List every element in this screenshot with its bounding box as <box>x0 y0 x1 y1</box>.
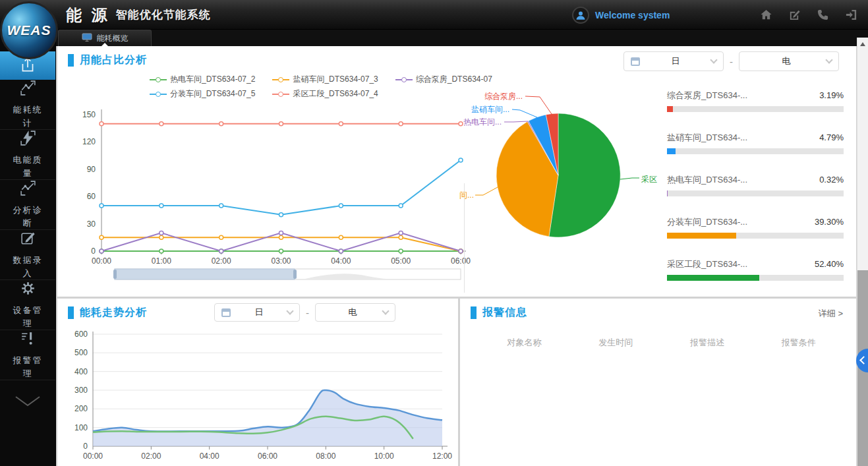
header-actions <box>760 0 857 30</box>
column-header: 对象名称 <box>478 337 570 349</box>
svg-text:500: 500 <box>74 348 88 357</box>
usage-panel-title: 用能占比分析 <box>80 53 147 67</box>
ranking-row: 综合泵房_DTS634-...3.19% <box>667 90 844 112</box>
svg-text:200: 200 <box>74 404 88 413</box>
ranking-row: 热电车间_DTS634-...0.32% <box>667 174 844 196</box>
ranking-row: 采区工段_DTS634-...52.40% <box>667 258 844 281</box>
svg-text:02:00: 02:00 <box>141 451 161 461</box>
svg-text:01:00: 01:00 <box>152 256 171 266</box>
usage-panel-controls: 日 - 电 <box>623 51 839 71</box>
gear-icon <box>19 279 37 300</box>
sidebar-item-power-quality[interactable]: 电能质量 <box>0 130 55 180</box>
sidebar-item-device-mgmt[interactable]: 设备管理 <box>0 280 55 330</box>
usage-energy-select[interactable]: 电 <box>739 51 839 71</box>
tab-energy-overview[interactable]: 能耗概览 <box>58 30 152 46</box>
usage-ranking-list: 综合泵房_DTS634-...3.19% 盐硝车间_DTS634-...4.79… <box>667 90 844 301</box>
trend-icon <box>19 79 37 100</box>
sidebar: 能耗统计 电能质量 分析诊断 数据录入 设备管理 <box>0 30 56 466</box>
logout-icon[interactable] <box>845 9 857 21</box>
svg-text:0: 0 <box>91 247 96 256</box>
title-accent-bar <box>68 306 74 319</box>
app-header: 能 源 智能优化节能系统 Welcome system <box>0 0 868 30</box>
progress-bar <box>667 106 844 112</box>
svg-text:120: 120 <box>82 137 96 146</box>
legend-item[interactable]: 分装车间_DTS634-07_5 <box>150 88 255 100</box>
app-title-main: 能 源 <box>66 5 110 26</box>
progress-bar <box>667 190 844 196</box>
svg-text:盐硝车间...: 盐硝车间... <box>471 105 509 114</box>
usage-pie-chart[interactable]: 采区间...热电车间...盐硝车间...综合泵房... <box>453 83 657 262</box>
svg-text:60: 60 <box>87 192 96 201</box>
alarm-panel-title: 报警信息 <box>482 306 527 320</box>
sidebar-expand-button[interactable] <box>0 380 55 425</box>
title-accent-bar <box>68 54 74 67</box>
legend-item[interactable]: 热电车间_DTS634-07_2 <box>150 74 255 85</box>
trend-period-value: 日 <box>231 306 287 318</box>
sidebar-item-alarm-mgmt[interactable]: 报警管理 <box>0 330 55 380</box>
app-title: 能 源 智能优化节能系统 <box>66 0 211 30</box>
svg-text:12:00: 12:00 <box>432 451 452 461</box>
alarm-table-header: 对象名称 发生时间 报警描述 报警条件 <box>478 337 844 349</box>
home-icon[interactable] <box>760 9 772 21</box>
trend-period-select[interactable]: 日 <box>214 303 300 322</box>
trend-panel-header: 能耗走势分析 <box>68 306 147 320</box>
select-separator: - <box>306 307 309 318</box>
phone-icon[interactable] <box>817 9 829 21</box>
usage-period-select[interactable]: 日 <box>623 51 724 71</box>
sidebar-item-energy-stats[interactable]: 能耗统计 <box>0 80 55 130</box>
usage-energy-value: 电 <box>746 55 826 67</box>
usage-line-chart[interactable]: 030609012015000:0001:0002:0003:0004:0005… <box>65 103 474 291</box>
edit-icon[interactable] <box>788 9 801 21</box>
svg-text:30: 30 <box>87 219 96 229</box>
svg-text:00:00: 00:00 <box>92 256 111 266</box>
welcome-text: Welcome system <box>595 10 670 20</box>
line-chart-legend: 热电车间_DTS634-07_2 盐硝车间_DTS634-07_3 综合泵房_D… <box>150 74 492 103</box>
trend-analysis-panel: 能耗走势分析 日 - 电 010020030040050060000:0002:… <box>57 299 458 466</box>
chevron-down-icon <box>710 56 717 63</box>
svg-text:150: 150 <box>82 110 96 119</box>
trend-area-chart[interactable]: 010020030040050060000:0002:0004:0006:000… <box>61 328 454 465</box>
chevron-left-icon <box>859 356 868 364</box>
calendar-icon <box>221 308 231 317</box>
svg-text:400: 400 <box>74 367 88 376</box>
data-entry-icon <box>19 229 37 250</box>
legend-item[interactable]: 采区工段_DTS634-07_4 <box>272 88 378 100</box>
weas-logo: WEAS <box>0 1 58 59</box>
sidebar-item-data-entry[interactable]: 数据录入 <box>0 230 55 280</box>
column-header: 报警描述 <box>662 337 753 349</box>
svg-text:10:00: 10:00 <box>374 451 394 461</box>
svg-text:03:00: 03:00 <box>271 256 291 266</box>
usage-panel-header: 用能占比分析 <box>68 53 147 67</box>
tab-label: 能耗概览 <box>97 33 129 44</box>
sidebar-item-analysis[interactable]: 分析诊断 <box>0 180 55 230</box>
monitor-icon <box>82 33 92 44</box>
usage-analysis-panel: 用能占比分析 日 - 电 热电车间_DTS634-07_2 <box>57 46 856 297</box>
svg-text:0: 0 <box>83 442 88 451</box>
trend-panel-controls: 日 - 电 <box>214 303 395 322</box>
svg-text:综合泵房...: 综合泵房... <box>484 92 523 101</box>
trend-panel-title: 能耗走势分析 <box>80 306 147 320</box>
svg-text:02:00: 02:00 <box>212 256 231 266</box>
scroll-up-icon[interactable] <box>860 42 865 46</box>
ranking-row: 分装车间_DTS634-...39.30% <box>667 216 844 239</box>
chevron-down-icon <box>382 307 389 314</box>
trend-energy-select[interactable]: 电 <box>315 303 395 322</box>
svg-text:600: 600 <box>74 330 88 339</box>
lightning-icon <box>19 129 37 150</box>
progress-bar <box>667 275 844 281</box>
chevron-down-icon <box>825 56 832 63</box>
ranking-row: 盐硝车间_DTS634-...4.79% <box>667 132 844 154</box>
svg-text:热电车间...: 热电车间... <box>463 117 502 127</box>
main-content: 用能占比分析 日 - 电 热电车间_DTS634-07_2 <box>56 46 868 466</box>
usage-period-value: 日 <box>640 55 711 67</box>
progress-bar <box>667 148 844 154</box>
svg-text:90: 90 <box>87 165 96 174</box>
svg-text:间...: 间... <box>459 190 474 200</box>
scrollbar[interactable] <box>857 38 868 466</box>
svg-text:00:00: 00:00 <box>83 451 103 461</box>
select-separator: - <box>730 56 733 67</box>
legend-item[interactable]: 盐硝车间_DTS634-07_3 <box>272 74 378 85</box>
alarm-detail-link[interactable]: 详细 > <box>819 308 843 320</box>
calendar-icon <box>631 57 640 66</box>
alarm-icon <box>19 330 37 350</box>
